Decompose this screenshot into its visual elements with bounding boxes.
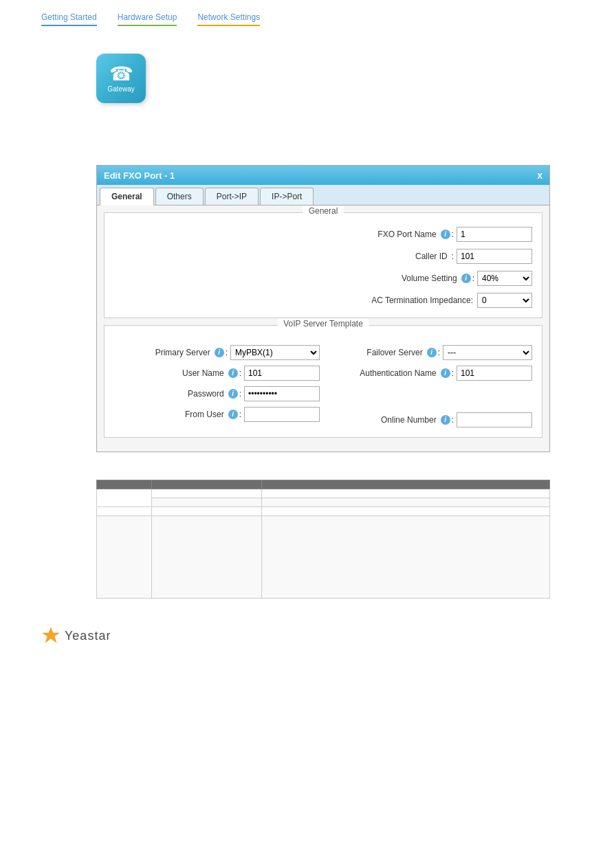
yeastar-logo: Yeastar: [41, 626, 111, 645]
top-nav: Getting Started Hardware Setup Network S…: [0, 0, 614, 26]
caller-id-input[interactable]: [457, 249, 532, 264]
ac-termination-row: AC Termination Impedance: 0: [114, 293, 532, 308]
ac-termination-select[interactable]: 0: [477, 293, 532, 308]
from-user-input[interactable]: [244, 407, 320, 422]
table-row: [97, 498, 550, 507]
failover-server-select[interactable]: ---: [443, 345, 532, 360]
ac-termination-label: AC Termination Impedance:: [371, 296, 473, 305]
tab-port-ip[interactable]: Port->IP: [205, 188, 259, 205]
voip-left-col: Primary Server i : MyPBX(1) User Name i …: [114, 340, 320, 427]
col-header-3: [262, 480, 550, 489]
online-colon: :: [452, 415, 454, 425]
failover-server-label: Failover Server: [366, 348, 422, 357]
table-row: [97, 516, 550, 599]
user-name-input[interactable]: [244, 366, 320, 381]
dialog-wrapper: Edit FXO Port - 1 x General Others Port-…: [0, 151, 614, 466]
auth-name-label: Authentication Name: [360, 368, 436, 378]
primary-server-info-icon[interactable]: i: [215, 348, 224, 357]
dialog-title-text: Edit FXO Port - 1: [104, 170, 175, 181]
general-section-title: General: [303, 206, 344, 216]
table-wrapper: [0, 466, 614, 612]
dialog-tabs: General Others Port->IP IP->Port: [97, 185, 549, 205]
username-colon: :: [239, 368, 241, 378]
table-cell: [97, 516, 152, 599]
col-header-2: [152, 480, 262, 489]
failover-info-icon[interactable]: i: [427, 348, 437, 357]
nav-item-network-settings[interactable]: Network Settings: [197, 12, 260, 26]
table-cell: [262, 507, 550, 516]
nav-item-getting-started[interactable]: Getting Started: [41, 12, 97, 26]
dialog-title-bar: Edit FXO Port - 1 x: [97, 166, 549, 185]
table-row: [97, 489, 550, 498]
tab-ip-port[interactable]: IP->Port: [260, 188, 314, 205]
volume-setting-row: Volume Setting i : 40%: [114, 271, 532, 286]
gateway-label: Gateway: [107, 85, 134, 93]
callerid-colon: :: [452, 252, 454, 261]
fxo-port-name-label: FXO Port Name: [377, 230, 436, 239]
col-header-1: [97, 480, 152, 489]
auth-colon: :: [452, 368, 454, 378]
table-cell: [152, 498, 262, 507]
general-section: General FXO Port Name i : Caller ID : Vo…: [104, 212, 542, 318]
volume-setting-label: Volume Setting: [402, 274, 457, 283]
from-user-label: From User: [185, 410, 224, 419]
table-cell: [262, 498, 550, 507]
svg-marker-0: [43, 627, 59, 643]
fxo-port-name-info-icon[interactable]: i: [441, 230, 450, 239]
caller-id-label: Caller ID: [415, 252, 448, 261]
password-input[interactable]: [244, 386, 320, 401]
auth-name-row: Authentication Name i :: [327, 366, 532, 381]
primary-server-row: Primary Server i : MyPBX(1): [114, 345, 320, 360]
password-colon: :: [239, 389, 241, 399]
volume-colon: :: [472, 274, 474, 283]
auth-name-input[interactable]: [457, 366, 532, 381]
phone-icon: ☎: [109, 65, 133, 84]
user-name-label: User Name: [182, 368, 224, 378]
password-label: Password: [188, 389, 224, 399]
online-number-info-icon[interactable]: i: [441, 415, 450, 425]
from-user-info-icon[interactable]: i: [228, 410, 238, 419]
failover-colon: :: [438, 348, 440, 357]
user-name-info-icon[interactable]: i: [228, 368, 238, 378]
volume-info-icon[interactable]: i: [461, 274, 471, 283]
volume-select[interactable]: 40%: [477, 271, 532, 286]
fxo-port-name-row: FXO Port Name i :: [114, 227, 532, 242]
data-table: [96, 480, 550, 599]
yeastar-brand-text: Yeastar: [65, 629, 111, 643]
voip-section: VoIP Server Template Primary Server i : …: [104, 325, 542, 438]
tab-others[interactable]: Others: [155, 188, 204, 205]
fromuser-colon: :: [239, 410, 241, 419]
dialog-body: General FXO Port Name i : Caller ID : Vo…: [97, 205, 549, 452]
password-info-icon[interactable]: i: [228, 389, 238, 399]
gateway-area: ☎ Gateway: [0, 26, 614, 110]
online-number-label: Online Number: [381, 415, 437, 425]
table-cell: [262, 516, 550, 599]
gateway-icon[interactable]: ☎ Gateway: [96, 54, 146, 103]
nav-item-hardware-setup[interactable]: Hardware Setup: [118, 12, 177, 26]
auth-name-info-icon[interactable]: i: [441, 368, 450, 378]
primary-server-select[interactable]: MyPBX(1): [230, 345, 320, 360]
failover-server-row: Failover Server i : ---: [327, 345, 532, 360]
voip-grid: Primary Server i : MyPBX(1) User Name i …: [114, 340, 532, 427]
table-cell: [152, 489, 262, 498]
voip-right-col: Failover Server i : --- Authentication N…: [327, 340, 532, 427]
primary-server-label: Primary Server: [155, 348, 210, 357]
table-cell: [152, 507, 262, 516]
online-number-row: Online Number i :: [327, 412, 532, 427]
password-row: Password i :: [114, 386, 320, 401]
yeastar-logo-icon: [41, 626, 61, 645]
online-number-input[interactable]: [457, 412, 532, 427]
fxo-colon: :: [452, 230, 454, 239]
table-cell: [152, 516, 262, 599]
edit-fxo-dialog: Edit FXO Port - 1 x General Others Port-…: [96, 165, 550, 452]
table-row: [97, 507, 550, 516]
tab-general[interactable]: General: [100, 188, 154, 205]
table-cell: [97, 489, 152, 507]
primary-colon: :: [226, 348, 228, 357]
caller-id-row: Caller ID :: [114, 249, 532, 264]
user-name-row: User Name i :: [114, 366, 320, 381]
fxo-port-name-input[interactable]: [457, 227, 532, 242]
dialog-close-button[interactable]: x: [537, 170, 542, 181]
voip-section-title: VoIP Server Template: [278, 319, 369, 329]
footer: Yeastar: [0, 612, 614, 659]
